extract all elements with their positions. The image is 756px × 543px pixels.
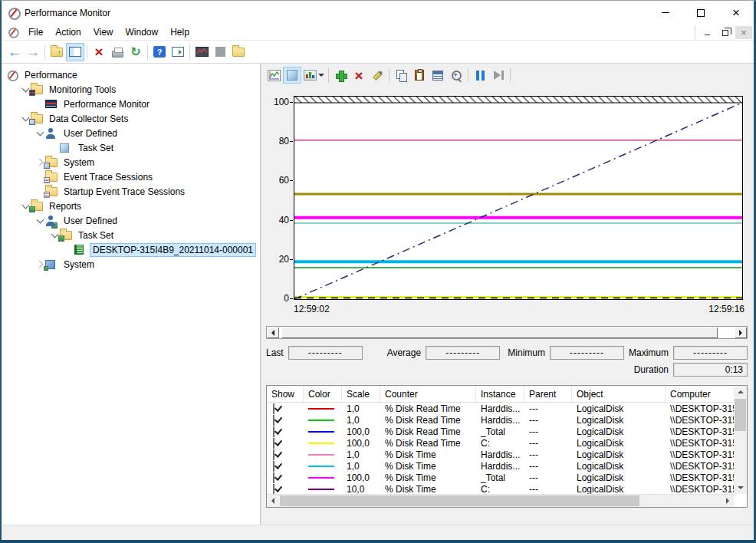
tree-item[interactable]: Data Collector Sets	[2, 111, 260, 126]
show-checkbox[interactable]	[273, 403, 274, 414]
show-checkbox[interactable]	[273, 484, 274, 495]
view-log-data-button[interactable]	[283, 67, 301, 84]
performance-chart-tool-button[interactable]	[192, 43, 211, 61]
object-cell: LogicalDisk	[572, 403, 666, 414]
scroll-left-button[interactable]	[267, 495, 279, 507]
show-checkbox[interactable]	[273, 449, 274, 460]
folder-tool-button[interactable]	[229, 43, 248, 61]
refresh-button[interactable]: ↻	[127, 43, 145, 61]
chevron-down-icon[interactable]	[35, 128, 45, 138]
paste-counter-list-button[interactable]	[410, 67, 429, 84]
show-hide-action-pane-button[interactable]	[169, 43, 187, 61]
show-checkbox[interactable]	[273, 415, 274, 426]
menu-view[interactable]: View	[87, 25, 120, 40]
tree-item[interactable]: Performance	[2, 67, 260, 82]
highlight-button[interactable]	[368, 67, 386, 84]
divider	[328, 68, 329, 82]
tree-item[interactable]: Task Set	[2, 140, 260, 155]
show-checkbox[interactable]	[273, 426, 274, 437]
column-header-instance[interactable]: Instance	[476, 386, 524, 402]
chevron-down-icon[interactable]	[35, 216, 45, 225]
parent-cell: ---	[524, 484, 572, 495]
computer-cell: \\DESKTOP-315	[666, 484, 734, 495]
show-checkbox[interactable]	[273, 461, 274, 472]
title-bar[interactable]: Performance Monitor ×	[2, 1, 754, 25]
back-button[interactable]: ←	[5, 43, 24, 61]
column-header-parent[interactable]: Parent	[524, 386, 572, 402]
mdi-restore-button[interactable]	[717, 26, 734, 39]
tree-item[interactable]: DESKTOP-315I4B9_20211014-000001	[2, 242, 260, 257]
column-header-show[interactable]: Show	[267, 386, 304, 402]
blank-tool-button[interactable]	[211, 43, 229, 61]
table-horizontal-scrollbar[interactable]	[267, 494, 734, 507]
counter-row[interactable]: 1,0 % Disk Time Harddis... --- LogicalDi…	[267, 460, 734, 472]
scroll-left-button[interactable]	[267, 327, 279, 338]
refresh-icon: ↻	[130, 46, 140, 58]
print-button[interactable]	[108, 43, 127, 61]
show-checkbox[interactable]	[273, 472, 274, 483]
menu-file[interactable]: File	[22, 25, 49, 40]
update-data-button[interactable]	[489, 67, 508, 84]
tree-item[interactable]: Monitoring Tools	[2, 82, 260, 97]
menu-window[interactable]: Window	[120, 25, 165, 40]
zoom-button[interactable]: +	[447, 67, 465, 84]
show-checkbox[interactable]	[273, 438, 274, 449]
counter-cell: % Disk Read Time	[380, 403, 476, 414]
freeze-display-button[interactable]	[471, 67, 489, 84]
scroll-up-button[interactable]	[734, 386, 747, 398]
scroll-right-button[interactable]	[721, 495, 734, 507]
add-counter-button[interactable]	[331, 67, 350, 84]
properties-button[interactable]	[429, 67, 447, 84]
tree-item[interactable]: User Defined	[2, 126, 260, 140]
column-header-object[interactable]: Object	[572, 386, 666, 402]
help-button[interactable]: ?	[150, 43, 169, 61]
chart-time-scrollbar[interactable]	[266, 326, 748, 339]
column-header-color[interactable]: Color	[304, 386, 342, 402]
chevron-down-icon[interactable]	[318, 74, 324, 77]
tree-item[interactable]: Task Set	[2, 228, 260, 242]
tree-item[interactable]: Startup Event Trace Sessions	[2, 184, 260, 199]
table-vertical-scrollbar[interactable]	[734, 386, 747, 494]
close-button[interactable]: ×	[718, 1, 754, 25]
counter-cell: % Disk Read Time	[380, 438, 476, 449]
delete-counter-button[interactable]: ×	[350, 67, 368, 84]
scroll-down-button[interactable]	[734, 482, 747, 494]
counter-row[interactable]: 1,0 % Disk Read Time Harddis... --- Logi…	[267, 403, 734, 414]
counter-row[interactable]: 1,0 % Disk Time Harddis... --- LogicalDi…	[267, 449, 734, 460]
tree-item-label: Startup Event Trace Sessions	[61, 186, 187, 198]
scroll-right-button[interactable]	[735, 327, 747, 338]
counter-row[interactable]: 100,0 % Disk Read Time _Total --- Logica…	[267, 426, 734, 437]
copy-properties-button[interactable]	[392, 67, 410, 84]
counter-row[interactable]: 1,0 % Disk Read Time Harddis... --- Logi…	[267, 414, 734, 426]
counter-row[interactable]: 10,0 % Disk Time C: --- LogicalDisk \\DE…	[267, 483, 734, 494]
tree-item[interactable]: System	[2, 155, 260, 169]
mdi-minimize-button[interactable]	[698, 26, 715, 39]
change-graph-type-button[interactable]	[301, 67, 326, 84]
instance-cell: Harddis...	[476, 449, 524, 460]
forward-button[interactable]: →	[24, 43, 42, 61]
mdi-close-button[interactable]: ×	[735, 26, 752, 39]
tree-item[interactable]: User Defined	[2, 213, 260, 228]
scrollbar-thumb[interactable]	[735, 399, 746, 431]
column-header-scale[interactable]: Scale	[342, 386, 380, 402]
menu-help[interactable]: Help	[164, 25, 196, 40]
column-header-counter[interactable]: Counter	[380, 386, 476, 402]
mdi-restore-icon	[722, 30, 728, 36]
counter-row[interactable]: 100,0 % Disk Read Time C: --- LogicalDis…	[267, 437, 734, 449]
tree-item[interactable]: Event Trace Sessions	[2, 169, 260, 184]
delete-button[interactable]: ×	[90, 43, 108, 61]
menu-action[interactable]: Action	[49, 25, 87, 40]
mdi-minimize-icon	[705, 35, 710, 35]
scrollbar-thumb[interactable]	[281, 327, 718, 338]
show-hide-console-tree-button[interactable]	[66, 43, 84, 61]
tree-item[interactable]: System	[2, 257, 260, 272]
counter-row[interactable]: 100,0 % Disk Time _Total --- LogicalDisk…	[267, 472, 734, 483]
scrollbar-thumb[interactable]	[280, 495, 639, 506]
tree-item[interactable]: Reports	[2, 199, 260, 213]
tree-item[interactable]: Performance Monitor	[2, 97, 260, 111]
maximize-button[interactable]	[683, 1, 718, 25]
minimize-button[interactable]	[648, 1, 683, 25]
export-button[interactable]: ↑	[48, 43, 66, 61]
view-current-activity-button[interactable]	[265, 67, 283, 84]
performance-graph[interactable]	[294, 96, 743, 300]
